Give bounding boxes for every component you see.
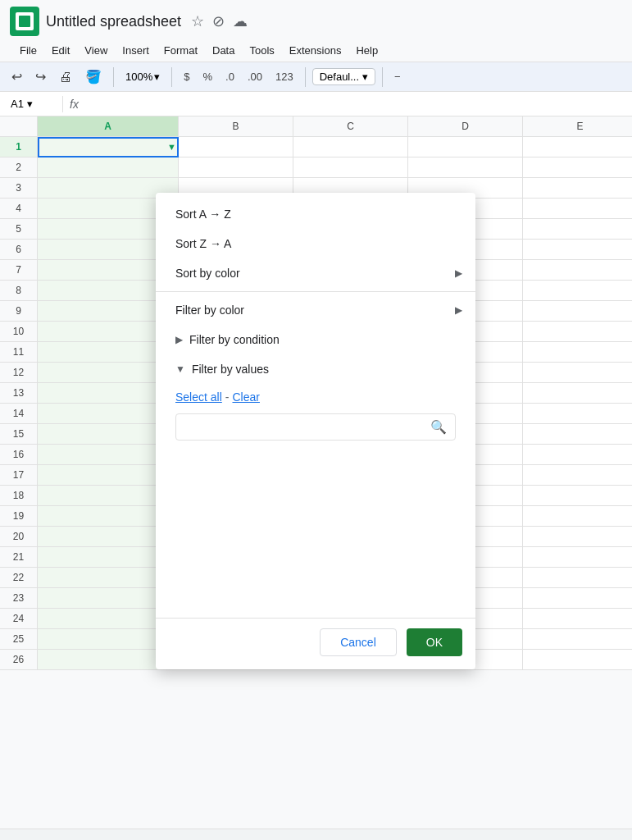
number-format[interactable]: 123 bbox=[271, 69, 298, 84]
cell-reference[interactable]: A1 ▾ bbox=[7, 95, 56, 112]
filter-by-condition-item[interactable]: ▶ Filter by condition bbox=[156, 325, 475, 354]
filter-by-values-item[interactable]: ▼ Filter by values bbox=[156, 354, 475, 384]
cell-a2[interactable] bbox=[38, 158, 179, 178]
menu-file[interactable]: File bbox=[13, 41, 43, 60]
cell-e12[interactable] bbox=[523, 363, 632, 383]
cell-e23[interactable] bbox=[523, 588, 632, 609]
search-icon: 🔍 bbox=[430, 419, 447, 435]
cell-e26[interactable] bbox=[523, 650, 632, 670]
cell-e25[interactable] bbox=[523, 629, 632, 650]
row-number-21: 21 bbox=[0, 547, 38, 568]
cell-a1[interactable]: ▼ bbox=[38, 137, 179, 158]
cell-e8[interactable] bbox=[523, 281, 632, 301]
menu-tools[interactable]: Tools bbox=[243, 41, 280, 60]
cell-d1[interactable] bbox=[408, 137, 523, 158]
cell-e16[interactable] bbox=[523, 445, 632, 465]
currency-symbol[interactable]: $ bbox=[179, 69, 194, 84]
cell-e2[interactable] bbox=[523, 158, 632, 178]
col-header-d[interactable]: D bbox=[408, 116, 523, 137]
ok-button[interactable]: OK bbox=[407, 628, 462, 656]
col-header-e[interactable]: E bbox=[523, 116, 632, 137]
select-all-link[interactable]: Select all bbox=[175, 390, 222, 404]
cell-e6[interactable] bbox=[523, 240, 632, 260]
decimal-inc[interactable]: .00 bbox=[243, 69, 267, 84]
minus-button[interactable]: − bbox=[389, 69, 406, 84]
cell-e1[interactable] bbox=[523, 137, 632, 158]
percent-symbol[interactable]: % bbox=[198, 69, 217, 84]
paint-format-button[interactable]: 🪣 bbox=[80, 66, 107, 88]
row-number-17: 17 bbox=[0, 465, 38, 486]
cell-c2[interactable] bbox=[293, 158, 408, 178]
clear-link[interactable]: Clear bbox=[232, 390, 259, 404]
cell-b2[interactable] bbox=[179, 158, 293, 178]
cell-e4[interactable] bbox=[523, 199, 632, 219]
cell-e21[interactable] bbox=[523, 547, 632, 568]
cloud-icon[interactable]: ☁ bbox=[233, 12, 248, 30]
cell-e10[interactable] bbox=[523, 322, 632, 342]
toolbar-divider-1 bbox=[113, 67, 114, 87]
cell-e18[interactable] bbox=[523, 486, 632, 506]
folder-icon[interactable]: ⊘ bbox=[212, 12, 225, 30]
filter-values-section: Select all - Clear 🔍 bbox=[156, 384, 475, 447]
sort-az-item[interactable]: Sort A → Z bbox=[156, 199, 475, 229]
row-number-10: 10 bbox=[0, 322, 38, 342]
decimal-dec[interactable]: .0 bbox=[221, 69, 239, 84]
filter-search-input[interactable] bbox=[184, 421, 430, 433]
menu-extensions[interactable]: Extensions bbox=[283, 41, 348, 60]
row-number-8: 8 bbox=[0, 281, 38, 301]
expand-condition-icon: ▶ bbox=[175, 334, 183, 345]
filter-dropdown: Sort A → Z Sort Z → A Sort by color ▶ Fi… bbox=[156, 193, 475, 669]
cell-e3[interactable] bbox=[523, 178, 632, 199]
menu-view[interactable]: View bbox=[78, 41, 114, 60]
cell-b1[interactable] bbox=[179, 137, 293, 158]
cell-e22[interactable] bbox=[523, 568, 632, 588]
row-number-4: 4 bbox=[0, 199, 38, 219]
zoom-selector[interactable]: 100% ▾ bbox=[120, 69, 165, 84]
cell-e24[interactable] bbox=[523, 609, 632, 629]
col-header-b[interactable]: B bbox=[179, 116, 293, 137]
cell-e15[interactable] bbox=[523, 424, 632, 445]
expand-values-icon: ▼ bbox=[175, 363, 185, 375]
row-number-14: 14 bbox=[0, 404, 38, 424]
cell-e5[interactable] bbox=[523, 219, 632, 240]
menu-data[interactable]: Data bbox=[206, 41, 241, 60]
cell-e17[interactable] bbox=[523, 465, 632, 486]
cell-e19[interactable] bbox=[523, 506, 632, 527]
cell-e20[interactable] bbox=[523, 527, 632, 547]
cell-e7[interactable] bbox=[523, 260, 632, 281]
filter-by-condition-label: Filter by condition bbox=[189, 333, 280, 346]
undo-button[interactable]: ↩ bbox=[7, 66, 27, 88]
star-icon[interactable]: ☆ bbox=[191, 12, 204, 30]
title-icon-group: ☆ ⊘ ☁ bbox=[191, 12, 248, 30]
cell-e11[interactable] bbox=[523, 342, 632, 363]
cell-c1[interactable] bbox=[293, 137, 408, 158]
filter-by-color-item[interactable]: Filter by color ▶ bbox=[156, 295, 475, 325]
sort-az-label: Sort A → Z bbox=[175, 208, 231, 221]
font-selector[interactable]: Defaul... ▾ bbox=[312, 68, 375, 85]
cell-e14[interactable] bbox=[523, 404, 632, 424]
col-header-a[interactable]: A bbox=[38, 116, 179, 137]
col-header-c[interactable]: C bbox=[293, 116, 408, 137]
dropdown-divider-1 bbox=[156, 291, 475, 292]
menu-help[interactable]: Help bbox=[349, 41, 384, 60]
sort-by-color-item[interactable]: Sort by color ▶ bbox=[156, 258, 475, 288]
formula-input[interactable] bbox=[85, 98, 625, 110]
toolbar-divider-3 bbox=[305, 67, 306, 87]
row-number-19: 19 bbox=[0, 506, 38, 527]
grid-row-1: 1 ▼ bbox=[0, 137, 632, 158]
cell-d2[interactable] bbox=[408, 158, 523, 178]
cell-e9[interactable] bbox=[523, 301, 632, 322]
menu-insert[interactable]: Insert bbox=[116, 41, 156, 60]
print-button[interactable]: 🖨 bbox=[54, 66, 77, 88]
menu-edit[interactable]: Edit bbox=[45, 41, 76, 60]
cancel-button[interactable]: Cancel bbox=[320, 628, 397, 656]
sort-za-item[interactable]: Sort Z → A bbox=[156, 229, 475, 258]
row-number-18: 18 bbox=[0, 486, 38, 506]
bottom-scrollbar[interactable] bbox=[0, 829, 632, 840]
row-number-2: 2 bbox=[0, 158, 38, 178]
cell-e13[interactable] bbox=[523, 383, 632, 404]
dropdown-footer: Cancel OK bbox=[156, 618, 475, 663]
col-headers-row: A B C D E bbox=[0, 116, 632, 137]
redo-button[interactable]: ↪ bbox=[30, 66, 51, 88]
menu-format[interactable]: Format bbox=[157, 41, 204, 60]
